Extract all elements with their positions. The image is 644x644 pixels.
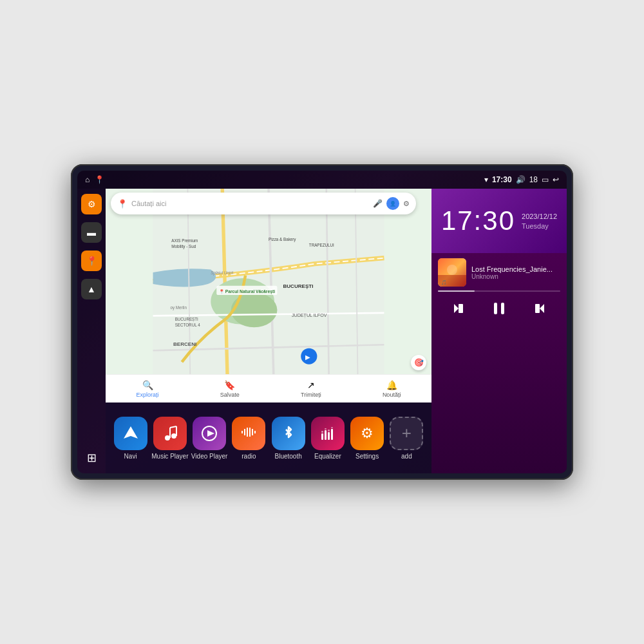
sidebar-grid-btn[interactable]: ⊞ [81, 448, 102, 468]
status-bar-left: ⌂ 📍 [85, 175, 104, 184]
clock-time: 17:30 [441, 205, 515, 236]
app-music-player[interactable]: Music Player [150, 417, 189, 460]
svg-rect-33 [321, 433, 323, 440]
svg-text:▶: ▶ [305, 354, 310, 361]
maps-icon[interactable]: 📍 [95, 175, 104, 184]
svg-rect-50 [535, 304, 540, 313]
map-search-bar[interactable]: 📍 Căutați aici 🎤 👤 ⚙ [111, 193, 416, 214]
main-content: ⚙ ▬ 📍 ▲ ⊞ [77, 189, 567, 473]
user-avatar[interactable]: 👤 [386, 197, 399, 210]
wifi-icon: ▾ [484, 175, 488, 184]
mic-icon[interactable]: 🎤 [373, 199, 383, 208]
sidebar-nav-btn[interactable]: ▲ [81, 279, 102, 299]
svg-text:🎵: 🎵 [441, 279, 447, 285]
music-progress-bar[interactable] [438, 290, 560, 292]
music-player-icon [153, 417, 187, 450]
news-label: Noutăți [383, 392, 401, 398]
music-progress-fill [438, 290, 475, 292]
svg-rect-37 [328, 432, 330, 440]
map-svg: AXIS Premium Mobility - Sud Pizza & Bake… [106, 189, 431, 402]
location-btn[interactable]: 🎯 [411, 355, 426, 370]
svg-text:TRAPEZULUI: TRAPEZULUI [309, 243, 334, 247]
app-radio[interactable]: radio [229, 417, 269, 460]
saved-icon: 🔖 [224, 380, 235, 390]
map-share-btn[interactable]: ↗ Trimiteți [301, 380, 321, 398]
map-saved-btn[interactable]: 🔖 Salvate [220, 380, 240, 398]
saved-label: Salvate [220, 392, 240, 398]
svg-rect-27 [242, 431, 243, 433]
share-label: Trimiteți [301, 392, 321, 398]
map-container[interactable]: AXIS Premium Mobility - Sud Pizza & Bake… [106, 189, 431, 402]
google-maps-icon: 📍 [117, 199, 128, 209]
music-next-btn[interactable] [528, 297, 551, 320]
svg-marker-45 [454, 304, 459, 313]
svg-rect-32 [254, 431, 256, 433]
equalizer-icon [311, 417, 345, 450]
device-frame: ⌂ 📍 ▾ 17:30 🔊 18 ▭ ↩ ⚙ ▬ 📍 ▲ ⊞ [71, 164, 573, 480]
app-grid: Navi Music Player Video Player [106, 402, 431, 473]
map-news-btn[interactable]: 🔔 Noutăți [383, 380, 401, 398]
app-settings[interactable]: ⚙ Settings [348, 417, 387, 460]
navi-label: Navi [124, 453, 137, 460]
svg-marker-49 [540, 304, 544, 313]
music-artist: Unknown [471, 273, 560, 280]
svg-rect-48 [501, 303, 504, 314]
svg-text:Pizza & Bakery: Pizza & Bakery [269, 237, 296, 242]
sidebar-maps-btn[interactable]: 📍 [81, 251, 102, 271]
music-title: Lost Frequencies_Janie... [471, 265, 560, 273]
svg-marker-26 [207, 430, 214, 437]
map-search-placeholder: Căutați aici [131, 200, 369, 207]
music-prev-btn[interactable] [447, 297, 470, 320]
app-navi[interactable]: Navi [111, 417, 150, 460]
svg-text:AXIS Premium: AXIS Premium [171, 238, 198, 243]
share-icon: ↗ [307, 380, 315, 390]
svg-text:BUCUREȘTI: BUCUREȘTI [175, 317, 198, 322]
device-screen: ⌂ 📍 ▾ 17:30 🔊 18 ▭ ↩ ⚙ ▬ 📍 ▲ ⊞ [77, 171, 567, 473]
radio-label: radio [242, 453, 256, 460]
status-bar: ⌂ 📍 ▾ 17:30 🔊 18 ▭ ↩ [77, 171, 567, 189]
map-explore-btn[interactable]: 🔍 Explorați [137, 380, 159, 398]
more-icon[interactable]: ⚙ [403, 200, 410, 208]
sidebar: ⚙ ▬ 📍 ▲ ⊞ [77, 189, 106, 473]
svg-point-20 [165, 435, 170, 440]
map-background: AXIS Premium Mobility - Sud Pizza & Bake… [106, 189, 431, 402]
home-icon[interactable]: ⌂ [85, 175, 90, 184]
back-icon[interactable]: ↩ [553, 175, 559, 184]
svg-rect-38 [328, 430, 330, 431]
svg-text:Splaiul Unirii: Splaiul Unirii [211, 270, 233, 276]
music-widget: 🎵 Lost Frequencies_Janie... Unknown [431, 253, 567, 473]
status-time: 17:30 [492, 175, 512, 184]
clock-date-text: 2023/12/12 [522, 212, 557, 222]
svg-rect-40 [331, 427, 333, 428]
svg-rect-30 [249, 428, 251, 437]
svg-point-2 [231, 293, 278, 328]
radio-icon [232, 417, 265, 450]
svg-point-42 [447, 265, 457, 275]
app-video-player[interactable]: Video Player [190, 417, 229, 460]
explore-label: Explorați [137, 392, 159, 398]
music-info-row: 🎵 Lost Frequencies_Janie... Unknown [438, 258, 560, 287]
settings-label: Settings [355, 453, 379, 460]
volume-icon: 🔊 [516, 175, 526, 184]
svg-marker-19 [124, 426, 138, 439]
video-player-label: Video Player [191, 453, 228, 460]
explore-icon: 🔍 [142, 380, 153, 390]
svg-text:SECTORUL 4: SECTORUL 4 [175, 323, 201, 327]
svg-text:BUCUREȘTI: BUCUREȘTI [283, 283, 313, 289]
sidebar-settings-btn[interactable]: ⚙ [81, 194, 102, 214]
svg-rect-28 [244, 429, 245, 435]
bluetooth-label: Bluetooth [274, 453, 301, 460]
app-bluetooth[interactable]: Bluetooth [269, 417, 308, 460]
svg-point-21 [171, 433, 176, 439]
svg-rect-29 [247, 428, 248, 437]
music-player-label: Music Player [151, 453, 188, 460]
sidebar-files-btn[interactable]: ▬ [81, 222, 102, 243]
music-pause-btn[interactable] [488, 297, 511, 320]
add-icon: + [390, 417, 423, 450]
svg-text:📍 Parcul Natural Văcărești: 📍 Parcul Natural Văcărești [219, 289, 275, 294]
video-player-icon [193, 417, 226, 450]
app-add[interactable]: + add [387, 417, 426, 460]
app-equalizer[interactable]: Equalizer [308, 417, 347, 460]
center-area: AXIS Premium Mobility - Sud Pizza & Bake… [106, 189, 431, 473]
svg-rect-36 [325, 428, 327, 430]
